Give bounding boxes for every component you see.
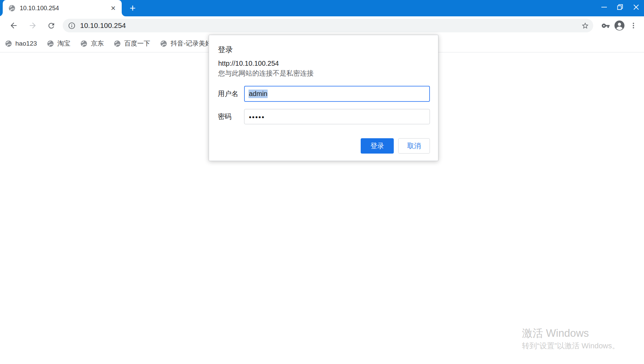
window-controls — [596, 0, 644, 14]
profile-avatar[interactable] — [612, 19, 627, 32]
bookmark-label: 京东 — [91, 39, 104, 48]
key-icon — [601, 21, 610, 30]
password-row: 密码 ••••• — [218, 109, 430, 124]
globe-favicon-icon — [47, 40, 54, 47]
person-icon — [614, 20, 625, 31]
bookmark-label: 淘宝 — [57, 39, 70, 48]
dialog-title: 登录 — [218, 45, 233, 54]
globe-favicon-icon — [80, 40, 88, 47]
page-info-icon[interactable] — [68, 22, 76, 30]
close-window-icon — [632, 3, 640, 11]
username-row: 用户名 admin — [218, 86, 430, 102]
restore-button[interactable] — [612, 0, 628, 14]
url-text[interactable]: 10.10.100.254 — [80, 21, 581, 30]
browser-tab[interactable]: 10.10.100.254 × — [3, 0, 122, 16]
tab-strip: 10.10.100.254 × + — [0, 0, 644, 16]
globe-favicon-icon — [160, 40, 167, 47]
globe-favicon-icon — [114, 40, 121, 47]
toolbar-right-actions — [599, 19, 640, 32]
dialog-buttons: 登录 取消 — [361, 138, 430, 154]
minimize-button[interactable] — [596, 0, 612, 14]
tab-close-icon[interactable]: × — [109, 4, 118, 13]
forward-button[interactable] — [27, 19, 39, 32]
username-input[interactable]: admin — [244, 86, 430, 102]
browser-menu-button[interactable] — [627, 19, 640, 32]
reload-button[interactable] — [45, 19, 57, 32]
bookmark-label: hao123 — [15, 40, 37, 47]
password-input[interactable]: ••••• — [244, 109, 430, 124]
address-bar[interactable]: 10.10.100.254 — [63, 19, 593, 32]
password-key-button[interactable] — [599, 19, 612, 32]
back-button[interactable] — [8, 19, 20, 32]
bookmark-hao123[interactable]: hao123 — [5, 40, 37, 47]
restore-icon — [616, 3, 624, 11]
cancel-button[interactable]: 取消 — [398, 138, 430, 154]
browser-window: 10.10.100.254 × + — [0, 0, 644, 364]
bookmark-jd[interactable]: 京东 — [80, 39, 104, 48]
reload-icon — [47, 21, 56, 30]
tab-curve-right — [122, 12, 126, 16]
username-label: 用户名 — [218, 89, 244, 98]
login-button[interactable]: 登录 — [361, 138, 394, 154]
tab-favicon-globe-icon — [8, 4, 16, 12]
forward-arrow-icon — [28, 21, 37, 30]
bookmark-label: 百度一下 — [124, 39, 150, 48]
password-label: 密码 — [218, 112, 244, 121]
http-auth-dialog: 登录 http://10.10.100.254 您与此网站的连接不是私密连接 用… — [209, 35, 438, 161]
kebab-menu-icon — [630, 22, 637, 29]
info-circle-icon — [68, 22, 76, 30]
minimize-icon — [600, 3, 608, 11]
new-tab-button[interactable]: + — [127, 3, 138, 14]
bookmark-baidu[interactable]: 百度一下 — [114, 39, 150, 48]
windows-activation-watermark: 激活 Windows 转到“设置”以激活 Windows。 — [522, 327, 619, 351]
bookmark-star-icon[interactable] — [581, 22, 589, 30]
tab-title: 10.10.100.254 — [20, 5, 109, 12]
watermark-line1: 激活 Windows — [522, 327, 619, 340]
password-masked-value: ••••• — [249, 113, 265, 121]
username-value-selected: admin — [249, 90, 268, 98]
browser-toolbar: 10.10.100.254 — [0, 16, 644, 35]
dialog-origin-url: http://10.10.100.254 — [218, 59, 279, 68]
dialog-security-warning: 您与此网站的连接不是私密连接 — [218, 69, 314, 78]
bookmark-taobao[interactable]: 淘宝 — [47, 39, 70, 48]
back-arrow-icon — [9, 21, 18, 30]
close-window-button[interactable] — [628, 0, 644, 14]
star-outline-icon — [581, 22, 589, 30]
tab-curve-left — [0, 12, 3, 16]
watermark-line2: 转到“设置”以激活 Windows。 — [522, 341, 619, 351]
globe-favicon-icon — [5, 40, 12, 47]
